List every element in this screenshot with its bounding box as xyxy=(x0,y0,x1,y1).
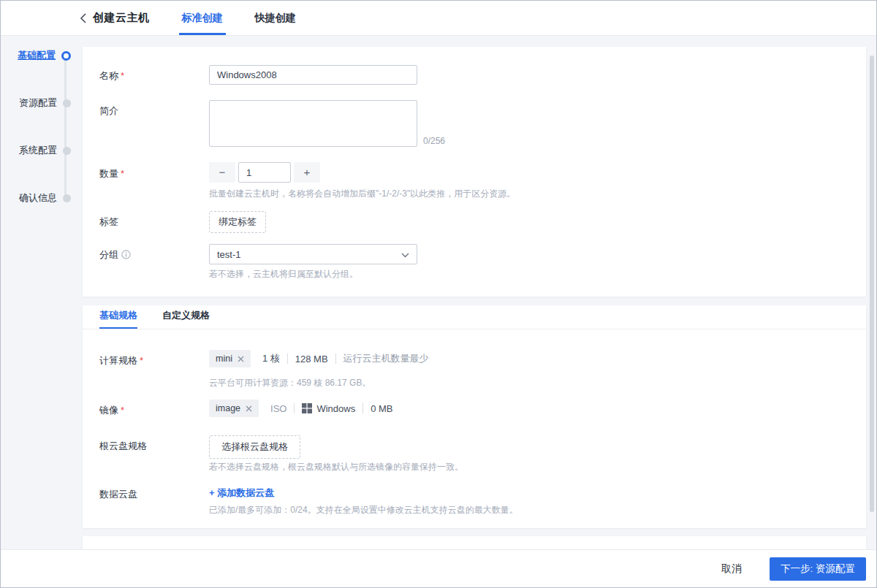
header: 创建云主机 标准创建 快捷创建 xyxy=(1,1,876,36)
step-dot-icon xyxy=(63,99,71,107)
intro-textarea[interactable] xyxy=(209,100,417,147)
compute-spec-tag: mini xyxy=(209,350,251,367)
quantity-plus-button[interactable]: + xyxy=(294,162,320,183)
image-os: Windows xyxy=(316,403,355,414)
group-label: 分组 xyxy=(99,248,131,261)
tab-quick-create[interactable]: 快捷创建 xyxy=(254,1,297,35)
group-hint: 若不选择，云主机将归属至默认分组。 xyxy=(209,268,358,280)
bind-tag-button[interactable]: 绑定标签 xyxy=(209,211,266,233)
chevron-left-icon xyxy=(77,12,88,24)
add-data-disk-link[interactable]: + 添加数据云盘 xyxy=(209,486,274,500)
footer-bar: 取消 下一步: 资源配置 xyxy=(1,549,876,587)
root-disk-hint: 若不选择云盘规格，根云盘规格默认与所选镜像的容量保持一致。 xyxy=(209,461,463,473)
scrollbar-thumb[interactable] xyxy=(870,56,874,512)
required-mark: * xyxy=(140,355,143,366)
divider xyxy=(362,403,363,413)
divider xyxy=(287,354,288,364)
image-label: 镜像* xyxy=(99,404,124,417)
tab-basic-spec-label: 基础规格 xyxy=(99,309,137,322)
tab-basic-spec[interactable]: 基础规格 xyxy=(99,305,137,329)
quantity-input[interactable] xyxy=(238,162,291,183)
create-vm-page: 创建云主机 标准创建 快捷创建 基础配置 资源配置 系统配置 xyxy=(0,0,877,588)
step-active-dot-icon xyxy=(61,51,71,61)
info-icon[interactable] xyxy=(121,250,131,259)
chevron-down-icon xyxy=(401,249,409,260)
cancel-button[interactable]: 取消 xyxy=(714,558,749,580)
root-disk-label: 根云盘规格 xyxy=(99,440,147,453)
required-mark: * xyxy=(121,405,124,416)
image-tag: image xyxy=(209,400,259,417)
next-section-card-partial xyxy=(83,536,866,549)
back-button[interactable]: 创建云主机 xyxy=(77,1,150,35)
compute-spec-row: mini 1 核 128 MB 运行云主机数量最少 xyxy=(209,350,429,367)
quantity-stepper: − + xyxy=(209,162,320,183)
step-label: 基础配置 xyxy=(18,49,56,62)
char-counter: 0/256 xyxy=(423,136,445,146)
required-mark: * xyxy=(121,168,124,179)
windows-icon xyxy=(302,403,312,413)
compute-memory: 128 MB xyxy=(295,354,328,364)
scrollbar-track[interactable] xyxy=(868,36,874,549)
divider xyxy=(335,354,336,364)
tab-standard-create[interactable]: 标准创建 xyxy=(181,1,224,35)
image-row: image ISO Windows 0 MB xyxy=(209,400,393,417)
step-basic-config[interactable]: 基础配置 xyxy=(18,50,71,61)
compute-cpu: 1 核 xyxy=(262,352,280,365)
compute-resources-hint: 云平台可用计算资源：459 核 86.17 GB。 xyxy=(209,377,371,389)
compute-spec-label: 计算规格* xyxy=(99,354,143,367)
next-step-button[interactable]: 下一步: 资源配置 xyxy=(770,557,866,581)
remove-tag-icon[interactable] xyxy=(238,356,244,362)
intro-label: 简介 xyxy=(99,104,118,118)
tab-standard-create-label: 标准创建 xyxy=(182,12,223,25)
step-confirm-info[interactable]: 确认信息 xyxy=(19,192,71,204)
step-label: 确认信息 xyxy=(19,191,57,205)
tab-custom-spec-label: 自定义规格 xyxy=(162,309,210,322)
basic-config-card: 名称* 简介 0/256 数量* − + 批量创建云主机时，名称将会自动增加后缀… xyxy=(83,47,866,297)
compute-spec-tag-label: mini xyxy=(216,354,232,364)
group-select-value: test-1 xyxy=(217,249,401,260)
select-root-disk-button[interactable]: 选择根云盘规格 xyxy=(209,435,300,459)
step-connector-line xyxy=(64,56,67,198)
spec-card: 基础规格 自定义规格 计算规格* mini 1 核 128 xyxy=(83,305,866,528)
data-disk-label: 数据云盘 xyxy=(99,488,137,501)
name-label: 名称* xyxy=(99,69,124,83)
step-system-config[interactable]: 系统配置 xyxy=(19,145,71,156)
step-nav: 基础配置 资源配置 系统配置 确认信息 xyxy=(1,36,83,549)
quantity-label: 数量* xyxy=(99,167,124,180)
step-resource-config[interactable]: 资源配置 xyxy=(19,97,71,109)
step-label: 系统配置 xyxy=(19,144,57,157)
tag-label: 标签 xyxy=(99,215,118,229)
header-tabs: 标准创建 快捷创建 xyxy=(181,1,327,35)
step-dot-icon xyxy=(63,194,71,202)
step-dot-icon xyxy=(63,147,71,155)
image-size: 0 MB xyxy=(371,403,392,414)
divider xyxy=(294,403,295,413)
tab-custom-spec[interactable]: 自定义规格 xyxy=(162,305,210,329)
remove-tag-icon[interactable] xyxy=(246,405,252,412)
tab-quick-create-label: 快捷创建 xyxy=(255,12,296,25)
quantity-minus-button[interactable]: − xyxy=(209,162,235,183)
step-label: 资源配置 xyxy=(19,96,57,110)
spec-tabbar: 基础规格 自定义规格 xyxy=(83,305,866,329)
name-input[interactable] xyxy=(209,65,417,85)
page-title: 创建云主机 xyxy=(93,11,150,25)
compute-note: 运行云主机数量最少 xyxy=(343,352,429,365)
quantity-hint: 批量创建云主机时，名称将会自动增加后缀"-1/-2/-3"以此类推，用于区分资源… xyxy=(209,188,515,200)
group-select[interactable]: test-1 xyxy=(209,244,417,264)
image-format: ISO xyxy=(270,403,286,414)
required-mark: * xyxy=(121,70,124,81)
content-area: 基础配置 资源配置 系统配置 确认信息 名称* 简介 xyxy=(1,36,876,549)
image-tag-label: image xyxy=(216,403,240,413)
data-disk-hint: 已添加/最多可添加：0/24。支持在全局设置中修改云主机支持云盘的最大数量。 xyxy=(209,504,518,516)
